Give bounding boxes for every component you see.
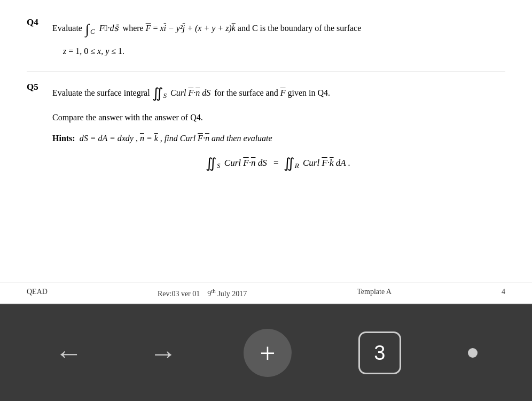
footer-rev: Rev:03 ver 01 — [158, 290, 200, 298]
q5-hints-label: Hints: — [52, 134, 75, 143]
add-button[interactable]: + — [244, 329, 292, 377]
forward-button[interactable]: → — [149, 337, 177, 369]
q5-int-sub: S — [163, 91, 167, 99]
number-button[interactable]: 3 — [358, 331, 401, 374]
q4-block: Q4 Evaluate ∫C F⃗·ds̄ where F = xi − y²j… — [27, 16, 505, 62]
q5-block: Q5 Evaluate the surface integral ∬S Curl… — [27, 81, 505, 179]
toolbar: ← → + 3 — [0, 305, 532, 401]
q4-where: where — [123, 24, 146, 33]
q5-line2: Compare the answer with the answer of Q4… — [52, 110, 505, 126]
footer-center: Rev:03 ver 01 9th July 2017 — [158, 288, 247, 298]
q5-hints-line: Hints: dS = dA = dxdy , n = k , find Cur… — [52, 130, 505, 146]
q5-label: Q5 — [27, 81, 52, 179]
dot-button[interactable] — [468, 348, 478, 358]
q5-integrand: Curl F·n dS — [170, 88, 210, 97]
q5-content: Evaluate the surface integral ∬S Curl F·… — [52, 81, 505, 179]
q5-line1: Evaluate the surface integral ∬S Curl F·… — [52, 81, 505, 106]
q5-evaluate-text: Evaluate the surface integral — [52, 88, 152, 97]
q4-line2: z = 1, 0 ≤ x, y ≤ 1. — [63, 43, 505, 59]
q4-equals: = — [153, 24, 160, 33]
q5-cent-rhs-text: Curl F·k dA . — [303, 158, 350, 168]
q4-constraint: z — [63, 47, 66, 56]
q4-integral-symbol: ∫ — [85, 21, 89, 37]
q4-line1: Evaluate ∫C F⃗·ds̄ where F = xi − y²j + … — [52, 16, 505, 42]
q4-content: Evaluate ∫C F⃗·ds̄ where F = xi − y²j + … — [52, 16, 505, 62]
q5-cent-rhs-int: ∬ — [284, 156, 295, 171]
q4-label: Q4 — [27, 16, 52, 62]
q5-F2: F — [280, 88, 286, 97]
q5-cent-rhs-sub: R — [295, 161, 299, 169]
footer-template: Template A — [357, 288, 392, 298]
q4-formula: xi − y²j + (x + y + z)k — [160, 24, 236, 33]
q4-and-C: and C is the boundary of the surface — [238, 24, 361, 33]
q5-cent-eq-sign: = — [273, 158, 279, 168]
q5-hints-text: dS = dA = dxdy , n = k , find Curl F·n a… — [80, 134, 272, 143]
back-button[interactable]: ← — [54, 337, 82, 369]
footer-page: 4 — [502, 288, 505, 298]
q4-integral-sub: C — [90, 27, 95, 35]
q5-centered-eq: ∬S Curl F·n dS = ∬R Curl F·k dA . — [52, 151, 505, 176]
q5-double-int: ∬ — [152, 86, 163, 101]
doc-footer: QEAD Rev:03 ver 01 9th July 2017 Templat… — [0, 282, 532, 304]
q5-cent-lhs-int: ∬ — [206, 156, 217, 171]
footer-date: 9th July 2017 — [207, 290, 247, 298]
q5-for: for the surface and — [214, 88, 280, 97]
q5-cent-lhs-sub: S — [217, 161, 221, 169]
q5-given: given in Q4. — [287, 88, 330, 97]
q5-cent-lhs-text: Curl F·n dS — [224, 158, 267, 168]
q4-F: F — [146, 24, 151, 33]
footer-left: QEAD — [27, 288, 48, 298]
q5-hints: Hints: dS = dA = dxdy , n = k , find Cur… — [52, 130, 505, 176]
q4-integrand: F⃗·ds̄ — [99, 24, 119, 33]
q4-evaluate: Evaluate — [52, 24, 82, 33]
